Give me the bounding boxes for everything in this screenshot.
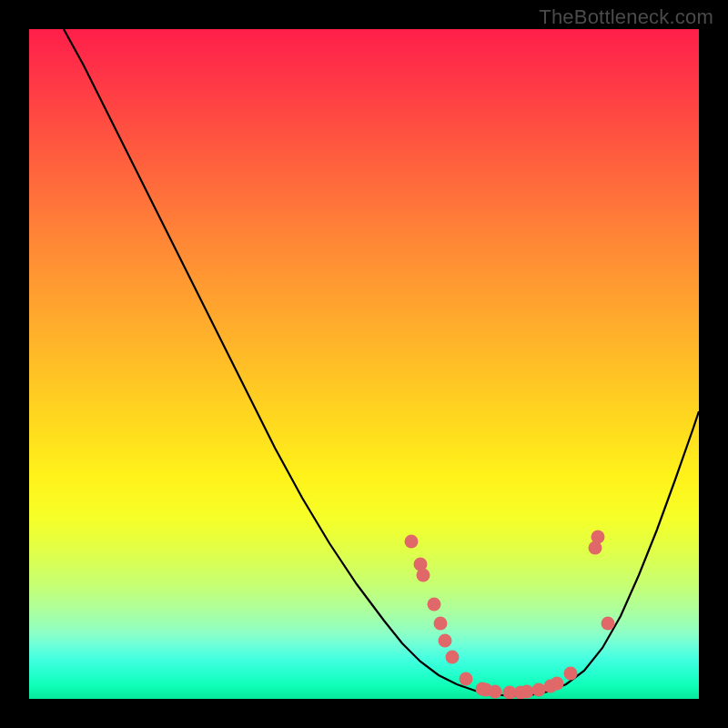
watermark-text: TheBottleneck.com: [539, 5, 713, 29]
data-point: [551, 677, 564, 691]
chart-svg: [29, 29, 699, 699]
bottleneck-curve: [64, 29, 699, 696]
data-point: [434, 617, 448, 631]
data-point: [439, 634, 452, 648]
data-point: [428, 598, 441, 612]
data-point: [564, 667, 578, 681]
data-point: [489, 685, 502, 699]
data-point: [602, 617, 615, 631]
data-point: [532, 683, 546, 697]
chart-plot-area: [29, 29, 699, 699]
data-point: [521, 685, 534, 699]
data-point: [592, 531, 605, 544]
data-point: [405, 535, 419, 549]
data-point: [417, 569, 430, 582]
data-point: [446, 651, 460, 664]
data-point: [460, 672, 473, 686]
